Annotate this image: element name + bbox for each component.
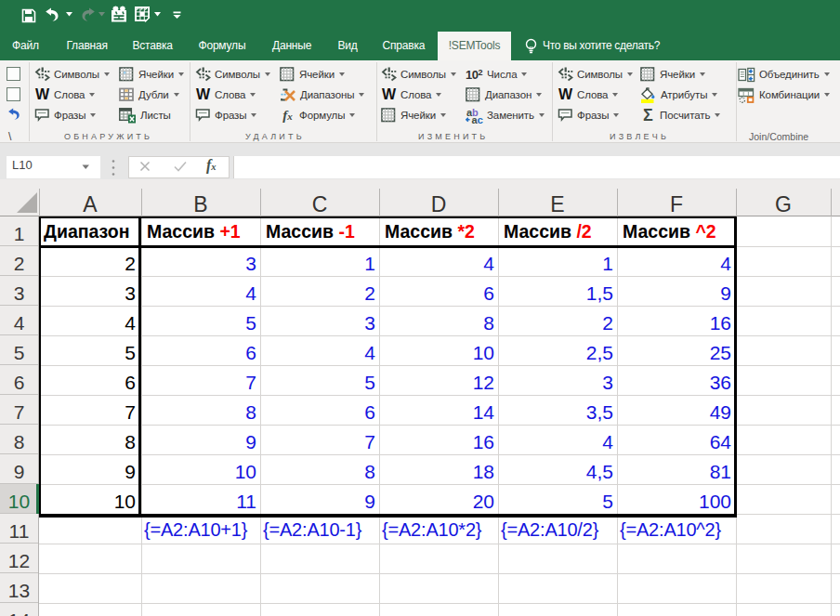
svg-text:c: c bbox=[478, 113, 484, 124]
